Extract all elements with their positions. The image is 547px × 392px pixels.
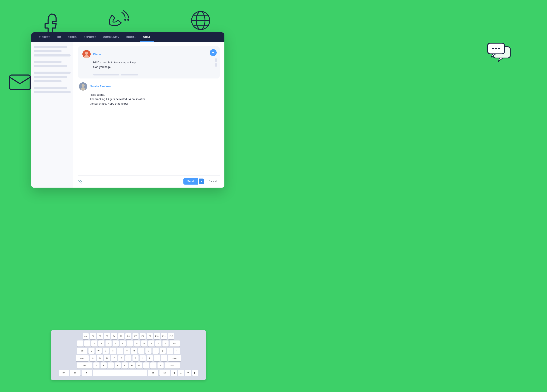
key-j[interactable]: J <box>132 355 138 361</box>
key-f9[interactable]: F9 <box>147 333 153 339</box>
key-5[interactable]: 5 <box>113 340 119 346</box>
key-z[interactable]: Z <box>93 362 99 368</box>
key-comma[interactable]: , <box>143 362 149 368</box>
svg-point-10 <box>495 48 497 49</box>
svg-rect-8 <box>488 43 505 54</box>
key-f[interactable]: F <box>111 355 117 361</box>
key-f3[interactable]: F3 <box>104 333 110 339</box>
avatar-diane <box>82 50 91 58</box>
key-x[interactable]: X <box>101 362 107 368</box>
key-minus[interactable]: - <box>155 340 161 346</box>
key-w[interactable]: W <box>96 348 102 354</box>
key-g[interactable]: G <box>118 355 124 361</box>
key-q[interactable]: Q <box>89 348 95 354</box>
chat-bubble-icon <box>486 42 513 66</box>
key-h[interactable]: H <box>125 355 131 361</box>
app-window: TICKETS KB TASKS REPORTS COMMUNITY SOCIA… <box>31 32 224 188</box>
key-s[interactable]: S <box>97 355 103 361</box>
key-ctrl[interactable]: ctrl <box>59 370 69 376</box>
key-quote[interactable]: ' <box>161 355 167 361</box>
key-caps[interactable]: caps <box>76 355 89 361</box>
key-6[interactable]: 6 <box>120 340 126 346</box>
key-d[interactable]: D <box>104 355 110 361</box>
key-cmd-right[interactable]: ⌘ <box>148 370 158 376</box>
key-7[interactable]: 7 <box>127 340 133 346</box>
key-period[interactable]: . <box>150 362 157 368</box>
sidebar <box>31 42 73 188</box>
key-v[interactable]: V <box>115 362 121 368</box>
key-f6[interactable]: F6 <box>125 333 131 339</box>
key-b[interactable]: B <box>122 362 128 368</box>
key-cmd[interactable]: ⌘ <box>82 370 92 376</box>
key-1[interactable]: 1 <box>84 340 90 346</box>
key-n[interactable]: N <box>129 362 135 368</box>
sidebar-skeleton <box>34 61 62 63</box>
key-l[interactable]: L <box>147 355 153 361</box>
key-p[interactable]: P <box>153 348 159 354</box>
cancel-button[interactable]: Cancel <box>206 178 220 185</box>
svg-point-0 <box>124 19 126 21</box>
key-i[interactable]: I <box>138 348 144 354</box>
send-dropdown-button[interactable]: ▾ <box>199 179 204 184</box>
key-c[interactable]: C <box>108 362 114 368</box>
key-a[interactable]: A <box>90 355 96 361</box>
key-bracket-close[interactable]: ] <box>167 348 173 354</box>
reply-button[interactable] <box>210 49 217 56</box>
key-esc[interactable]: esc <box>83 333 89 339</box>
nav-chat[interactable]: CHAT <box>140 32 154 42</box>
sidebar-group-4 <box>34 87 71 93</box>
key-f8[interactable]: F8 <box>140 333 146 339</box>
key-delete[interactable]: del <box>170 340 180 346</box>
key-up[interactable]: ▲ <box>178 370 184 376</box>
key-down[interactable]: ▼ <box>185 370 191 376</box>
nav-tickets[interactable]: TICKETS <box>36 32 54 42</box>
key-t[interactable]: T <box>117 348 123 354</box>
key-equal[interactable]: = <box>163 340 169 346</box>
key-f5[interactable]: F5 <box>118 333 124 339</box>
nav-tasks[interactable]: TASKS <box>65 32 80 42</box>
key-slash[interactable]: / <box>157 362 164 368</box>
key-u[interactable]: U <box>131 348 137 354</box>
key-backtick[interactable]: ` <box>77 340 83 346</box>
key-e[interactable]: E <box>103 348 109 354</box>
key-o[interactable]: O <box>145 348 151 354</box>
key-f12[interactable]: F12 <box>168 333 174 339</box>
nav-social[interactable]: SOCIAL <box>123 32 140 42</box>
attach-icon[interactable]: 📎 <box>78 179 82 184</box>
key-r[interactable]: R <box>110 348 116 354</box>
key-left[interactable]: ◀ <box>171 370 177 376</box>
key-alt-right[interactable]: alt <box>159 370 170 376</box>
key-m[interactable]: M <box>136 362 142 368</box>
key-f4[interactable]: F4 <box>111 333 117 339</box>
key-space[interactable] <box>93 370 147 376</box>
key-alt[interactable]: alt <box>70 370 81 376</box>
key-f2[interactable]: F2 <box>97 333 103 339</box>
key-f1[interactable]: F1 <box>90 333 96 339</box>
key-return[interactable]: return <box>168 355 181 361</box>
key-bracket-open[interactable]: [ <box>160 348 166 354</box>
key-2[interactable]: 2 <box>91 340 97 346</box>
app-content: Diane Hi! I'm unable to track my package… <box>31 42 224 188</box>
key-4[interactable]: 4 <box>105 340 112 346</box>
key-shift-right[interactable]: shift <box>165 362 180 368</box>
key-right[interactable]: ▶ <box>192 370 198 376</box>
key-semicolon[interactable]: ; <box>154 355 160 361</box>
key-f11[interactable]: F11 <box>161 333 167 339</box>
scroll-indicator <box>215 58 217 67</box>
key-f10[interactable]: F10 <box>154 333 160 339</box>
key-k[interactable]: K <box>140 355 146 361</box>
key-tab[interactable]: tab <box>77 348 87 354</box>
key-y[interactable]: Y <box>124 348 130 354</box>
send-button[interactable]: Send <box>183 178 198 185</box>
nav-reports[interactable]: REPORTS <box>80 32 100 42</box>
key-8[interactable]: 8 <box>134 340 140 346</box>
sidebar-skeleton <box>34 80 62 82</box>
nav-kb[interactable]: KB <box>54 32 65 42</box>
nav-community[interactable]: COMMUNITY <box>100 32 123 42</box>
key-3[interactable]: 3 <box>98 340 104 346</box>
key-0[interactable]: 0 <box>148 340 154 346</box>
key-shift-left[interactable]: shift <box>77 362 92 368</box>
key-backslash[interactable]: \ <box>174 348 180 354</box>
key-f7[interactable]: F7 <box>132 333 138 339</box>
key-9[interactable]: 9 <box>141 340 147 346</box>
